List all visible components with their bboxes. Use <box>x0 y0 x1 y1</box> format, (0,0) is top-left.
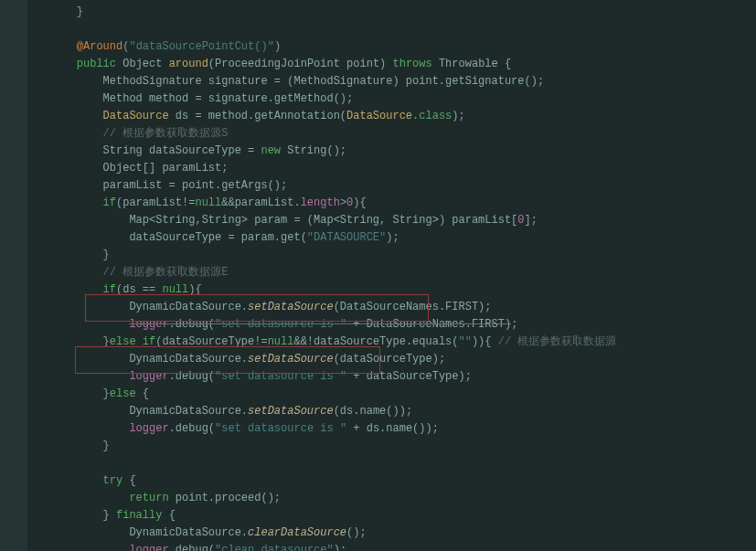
code-line: Object[] paramList; <box>50 160 745 177</box>
code-line: @Around("dataSourcePointCut()") <box>50 38 745 56</box>
code-line: if(paramList!=null&&paramList.length>0){ <box>50 195 745 212</box>
code-line: } <box>50 438 745 455</box>
line-number-gutter <box>0 0 27 551</box>
blank-line <box>50 21 745 38</box>
code-line: }else if(dataSourceType!=null&&!dataSour… <box>50 334 745 351</box>
code-line: } <box>50 4 745 21</box>
code-line: logger.debug("set datasource is " + Data… <box>50 316 745 334</box>
code-line: DataSource ds = method.getAnnotation(Dat… <box>50 108 745 125</box>
comment: // 根据参数获取数据源E <box>103 266 229 279</box>
code-line: try { <box>50 472 745 490</box>
code-line: DynamicDataSource.clearDataSource(); <box>50 525 745 542</box>
code-line: DynamicDataSource.setDataSource(DataSour… <box>50 299 745 316</box>
code-line: } <box>50 247 745 264</box>
brace <box>50 5 77 18</box>
annotation: @Around <box>77 40 122 53</box>
code-line: // 根据参数获取数据源E <box>50 264 745 281</box>
code-line: Map<String,String> param = (Map<String, … <box>50 212 745 229</box>
code-line: logger.debug("set datasource is " + data… <box>50 368 745 386</box>
blank-line <box>50 455 745 472</box>
code-line: DynamicDataSource.setDataSource(ds.name(… <box>50 403 745 420</box>
code-editor[interactable]: } @Around("dataSourcePointCut()") public… <box>50 0 745 551</box>
code-line: if(ds == null){ <box>50 281 745 299</box>
code-line: } finally { <box>50 507 745 525</box>
code-line: public Object around(ProceedingJoinPoint… <box>50 56 745 73</box>
code-line: return point.proceed(); <box>50 490 745 507</box>
code-line: String dataSourceType = new String(); <box>50 143 745 160</box>
code-line: paramList = point.getArgs(); <box>50 177 745 195</box>
code-line: logger.debug("set datasource is " + ds.n… <box>50 420 745 438</box>
code-line: // 根据参数获取数据源S <box>50 125 745 143</box>
code-line: logger.debug("clean datasource"); <box>50 542 745 551</box>
comment: // 根据参数获取数据源S <box>103 127 229 140</box>
code-line: Method method = signature.getMethod(); <box>50 90 745 108</box>
code-line: DynamicDataSource.setDataSource(dataSour… <box>50 351 745 368</box>
code-line: dataSourceType = param.get("DATASOURCE")… <box>50 229 745 247</box>
code-line: MethodSignature signature = (MethodSigna… <box>50 73 745 90</box>
code-line: }else { <box>50 386 745 403</box>
